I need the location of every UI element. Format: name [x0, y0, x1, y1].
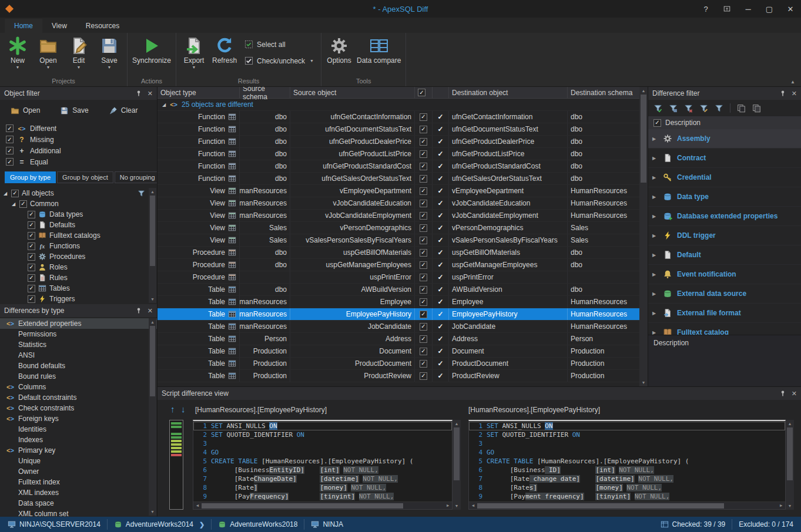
check-cell[interactable] [415, 321, 433, 332]
synchronize-button[interactable]: Synchronize [130, 34, 173, 65]
check-cell[interactable] [415, 234, 433, 246]
common-checkbox[interactable] [19, 200, 27, 208]
difference-filter-item-default[interactable]: ▶Default [648, 245, 801, 265]
scroll-left-icon[interactable]: ◀ [469, 503, 477, 508]
check-cell[interactable] [415, 197, 433, 209]
data-compare-button[interactable]: Data compare [354, 34, 403, 65]
source-script-editor[interactable]: 1SET ANSI_NULLS ON2SET QUOTED_IDENTIFIER… [193, 420, 453, 510]
status-adventureworks2014[interactable]: AdventureWorks2014❯ [107, 519, 211, 530]
row-checkbox[interactable] [420, 200, 427, 207]
row-checkbox[interactable] [420, 113, 427, 121]
check-cell[interactable] [415, 284, 433, 295]
row-checkbox[interactable] [420, 187, 427, 195]
close-icon[interactable]: ✕ [148, 307, 153, 315]
scrollbar-thumb[interactable] [477, 503, 724, 509]
equal-checkbox[interactable] [6, 158, 14, 166]
row-checkbox[interactable] [420, 224, 427, 232]
difference-type-xml-column-set[interactable]: XML column set [0, 509, 157, 517]
table-row[interactable]: ProceduredbouspGetBillOfMaterials✓uspGet… [157, 247, 639, 259]
close-icon[interactable]: ✕ [148, 90, 153, 97]
chevron-right-icon[interactable]: ▶ [652, 214, 658, 219]
table-row[interactable]: TableProductionProductReview✓ProductRevi… [157, 370, 639, 382]
row-checkbox[interactable] [420, 261, 427, 269]
column-header-destination-object[interactable]: Destination object [449, 87, 568, 98]
tab-group-by-type[interactable]: Group by type [5, 171, 56, 183]
tab-home[interactable]: Home [5, 19, 42, 33]
column-header-source-schema[interactable]: Source schema [240, 87, 290, 98]
table-row[interactable]: TableHumanResourcesJobCandidate✓JobCandi… [157, 321, 639, 333]
chevron-right-icon[interactable]: ▶ [652, 175, 658, 180]
row-checkbox[interactable] [420, 163, 427, 170]
filter-different[interactable]: <>Different [6, 123, 151, 134]
funnel-icon[interactable] [715, 104, 723, 113]
scroll-up-icon[interactable]: ▲ [149, 188, 156, 196]
save-filter-button[interactable]: Save [60, 106, 88, 115]
check-cell[interactable] [415, 111, 433, 123]
row-checkbox[interactable] [420, 286, 427, 294]
tree-item-procedures[interactable]: Procedures [0, 251, 157, 262]
check-cell[interactable] [415, 308, 433, 320]
options-button[interactable]: Options [324, 34, 354, 65]
difference-filter-item-external-data-source[interactable]: ▶External data source [648, 284, 801, 304]
pin-icon[interactable] [779, 390, 786, 397]
filter-clear-icon[interactable] [684, 104, 693, 113]
column-header-destination-schema[interactable]: Destination schema [568, 87, 639, 98]
previous-difference-icon[interactable]: ↑ [170, 404, 175, 414]
help-button[interactable]: ? [695, 0, 716, 18]
dropdown-arrow-icon[interactable]: ▼ [16, 65, 20, 69]
column-header-object-type[interactable]: Object type [157, 87, 240, 98]
pin-icon[interactable] [135, 90, 142, 97]
scrollbar-thumb[interactable] [454, 427, 460, 480]
difference-filter-item-external-file-format[interactable]: ▶External file format [648, 304, 801, 323]
horizontal-scrollbar[interactable]: ◀▶ [193, 501, 452, 509]
filter-save-icon[interactable] [669, 104, 678, 113]
minimize-button[interactable]: ─ [738, 0, 759, 18]
difference-type-data-space[interactable]: Data space [0, 498, 157, 509]
difference-type-statistics[interactable]: Statistics [0, 339, 157, 350]
select-all-button[interactable]: Select all [244, 40, 314, 49]
close-icon[interactable]: ✕ [792, 390, 797, 398]
rules-checkbox[interactable] [28, 274, 35, 282]
tree-item-common[interactable]: ◢Common [0, 198, 157, 209]
row-checkbox[interactable] [420, 335, 427, 343]
table-row[interactable]: ViewSalesvSalesPersonSalesByFiscalYears✓… [157, 234, 639, 247]
dropdown-arrow-icon[interactable]: ▼ [310, 59, 314, 63]
difference-type-foreign-keys[interactable]: <>Foreign keys [0, 413, 157, 424]
difference-type-columns[interactable]: <>Columns [0, 382, 157, 392]
maximize-button[interactable]: ▢ [759, 0, 780, 18]
row-checkbox[interactable] [420, 249, 427, 257]
additional-checkbox[interactable] [6, 147, 14, 154]
tab-view[interactable]: View [42, 19, 76, 33]
edit-button[interactable]: Edit▼ [63, 34, 94, 69]
check-cell[interactable] [415, 271, 433, 283]
scroll-up-icon[interactable]: ▲ [149, 318, 156, 326]
chevron-right-icon[interactable]: ▶ [652, 291, 658, 297]
clear-filter-button[interactable]: Clear [109, 106, 138, 115]
filter-equal[interactable]: =Equal [6, 156, 151, 167]
tree-item-functions[interactable]: fxFunctions [0, 241, 157, 251]
check-cell[interactable] [415, 333, 433, 345]
column-header-col4[interactable] [433, 87, 449, 98]
difference-filter-item-contract[interactable]: ▶Contract [648, 149, 801, 168]
funnel-icon[interactable] [138, 190, 145, 197]
difference-type-check-constraints[interactable]: <>Check constraints [0, 403, 157, 413]
table-row[interactable]: FunctiondboufnGetProductListPrice✓ufnGet… [157, 148, 639, 160]
scrollbar-thumb[interactable] [641, 95, 646, 183]
table-row[interactable]: FunctiondboufnGetDocumentStatusText✓ufnG… [157, 123, 639, 136]
tables-checkbox[interactable] [28, 285, 35, 292]
row-checkbox[interactable] [420, 237, 427, 244]
triggers-checkbox[interactable] [28, 295, 35, 303]
row-checkbox[interactable] [420, 311, 427, 318]
ribbon-collapse-icon[interactable]: ▲ [790, 79, 795, 85]
scroll-right-icon[interactable]: ▶ [444, 503, 452, 508]
differences-scrollbar[interactable]: ▲▼ [149, 318, 156, 516]
destination-script-editor[interactable]: 1SET ANSI_NULLS ON2SET QUOTED_IDENTIFIER… [468, 420, 786, 510]
save-button[interactable]: Save▼ [94, 34, 125, 69]
pin-icon[interactable] [779, 90, 786, 97]
scrollbar-thumb[interactable] [787, 427, 793, 480]
row-checkbox[interactable] [420, 360, 427, 368]
check-uncheck-button[interactable]: Check/uncheck▼ [244, 56, 314, 65]
difference-filter-item-assembly[interactable]: ▶Assembly [648, 129, 801, 149]
table-row[interactable]: TableHumanResourcesEmployeePayHistory✓Em… [157, 308, 639, 321]
chevron-right-icon[interactable]: ▶ [652, 272, 658, 277]
